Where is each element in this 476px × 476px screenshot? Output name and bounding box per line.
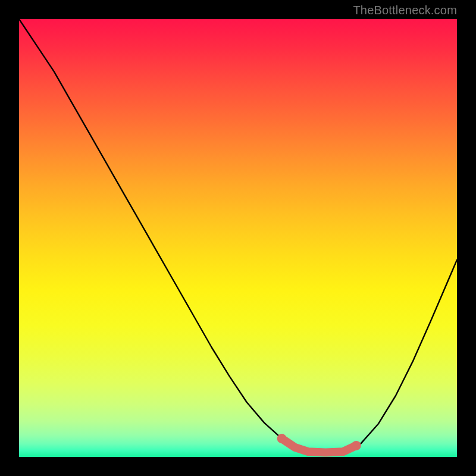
chart-svg <box>19 19 457 457</box>
optimal-zone-start-dot <box>277 434 287 443</box>
bottleneck-curve <box>19 19 457 453</box>
chart-stage: TheBottleneck.com <box>0 0 476 476</box>
attribution-label: TheBottleneck.com <box>353 4 457 17</box>
optimal-zone-end-dot <box>352 441 361 450</box>
plot-area <box>19 19 457 457</box>
optimal-zone-highlight <box>282 439 356 453</box>
